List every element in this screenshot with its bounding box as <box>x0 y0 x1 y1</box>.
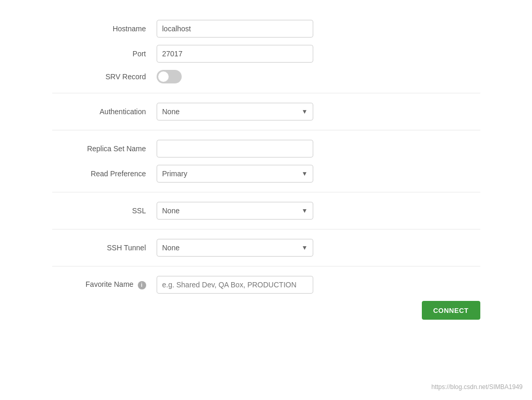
hostname-input[interactable] <box>157 20 313 38</box>
authentication-select-wrapper: None SCRAM-SHA-1 MONGODB-CR MONGODB-X509… <box>157 103 313 120</box>
ssl-select[interactable]: None Unvalidated Server Validation All C… <box>157 202 313 220</box>
replica-set-name-label: Replica Set Name <box>52 144 157 153</box>
ssl-select-wrapper: None Unvalidated Server Validation All C… <box>157 202 313 220</box>
watermark: https://blog.csdn.net/SIMBA1949 <box>431 383 523 391</box>
read-preference-label: Read Preference <box>52 169 157 178</box>
ssl-row: SSL None Unvalidated Server Validation A… <box>52 202 480 220</box>
favorite-name-label: Favorite Name i <box>52 280 157 289</box>
port-label: Port <box>52 50 157 58</box>
authentication-select[interactable]: None SCRAM-SHA-1 MONGODB-CR MONGODB-X509… <box>157 103 313 120</box>
ssl-label: SSL <box>52 207 157 215</box>
hostname-label: Hostname <box>52 25 157 33</box>
toggle-slider <box>157 70 182 83</box>
replica-section: Replica Set Name Read Preference Primary… <box>52 130 480 192</box>
authentication-label: Authentication <box>52 107 157 116</box>
favorite-name-row: Favorite Name i <box>52 276 480 294</box>
favorite-section: Favorite Name i CONNECT <box>52 266 480 329</box>
ssh-tunnel-select-wrapper: None Password Identity File ▼ <box>157 239 313 257</box>
srv-record-row: SRV Record <box>52 70 480 83</box>
replica-set-name-row: Replica Set Name <box>52 140 480 157</box>
connect-button[interactable]: CONNECT <box>422 301 480 320</box>
srv-record-toggle[interactable] <box>157 70 182 83</box>
read-preference-select-wrapper: Primary Primary Preferred Secondary Seco… <box>157 165 313 183</box>
port-input[interactable] <box>157 45 313 63</box>
read-preference-row: Read Preference Primary Primary Preferre… <box>52 165 480 183</box>
replica-set-name-input[interactable] <box>157 140 313 157</box>
hostname-row: Hostname <box>52 20 480 38</box>
connection-section: Hostname Port SRV Record <box>52 10 480 93</box>
favorite-name-info-icon[interactable]: i <box>138 281 146 289</box>
ssh-tunnel-row: SSH Tunnel None Password Identity File ▼ <box>52 239 480 257</box>
ssh-tunnel-label: SSH Tunnel <box>52 244 157 252</box>
favorite-name-input[interactable] <box>157 276 313 294</box>
srv-record-label: SRV Record <box>52 72 157 81</box>
ssh-section: SSH Tunnel None Password Identity File ▼ <box>52 229 480 266</box>
read-preference-select[interactable]: Primary Primary Preferred Secondary Seco… <box>157 165 313 183</box>
port-row: Port <box>52 45 480 63</box>
ssh-tunnel-select[interactable]: None Password Identity File <box>157 239 313 257</box>
ssl-section: SSL None Unvalidated Server Validation A… <box>52 192 480 229</box>
connect-button-row: CONNECT <box>52 301 480 320</box>
authentication-row: Authentication None SCRAM-SHA-1 MONGODB-… <box>52 103 480 120</box>
authentication-section: Authentication None SCRAM-SHA-1 MONGODB-… <box>52 93 480 130</box>
